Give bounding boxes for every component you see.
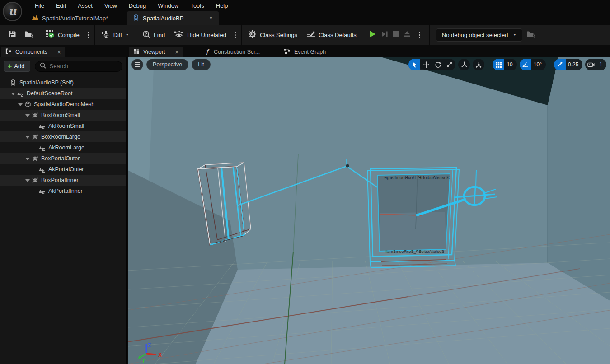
- close-icon[interactable]: ×: [209, 14, 213, 22]
- tree-item-label: SpatialAudioDemoMesh: [34, 101, 94, 107]
- viewport-3d[interactable]: SpatialAudioBP_BoxRoomLarge SpatialAudio…: [128, 57, 610, 364]
- tab-viewport[interactable]: Viewport×: [129, 47, 183, 57]
- grid-snap-value[interactable]: 10: [504, 61, 516, 68]
- world-local-gizmo-button[interactable]: [458, 59, 470, 70]
- class-settings-button[interactable]: Class Settings: [244, 27, 302, 42]
- tree-item-akroomsmall[interactable]: AkRoomSmall: [0, 121, 126, 131]
- components-tree: SpatialAudioBP (Self)DefaultSceneRootSpa…: [0, 77, 126, 196]
- toolbar-divider: [94, 25, 95, 45]
- menu-item-tools[interactable]: Tools: [184, 1, 210, 10]
- arrow-spacer: [33, 145, 37, 150]
- hide-unrelated-options-button[interactable]: [231, 29, 239, 41]
- tab-event-graph[interactable]: Event Graph: [279, 47, 330, 57]
- tree-item-boxroomlarge[interactable]: BoxRoomLarge: [0, 131, 126, 142]
- tab-components[interactable]: Components ×: [1, 47, 65, 57]
- scene-icon: [38, 167, 46, 173]
- camera-speed-value[interactable]: 1: [597, 61, 606, 68]
- perspective-dropdown[interactable]: Perspective: [146, 59, 188, 70]
- camera-icon: [585, 59, 597, 70]
- asset-tab-level[interactable]: SpatialAudioTutorialMap*: [25, 11, 127, 25]
- move-tool-button[interactable]: [420, 59, 432, 70]
- tree-item-boxroomsmall[interactable]: BoxRoomSmall: [0, 110, 126, 121]
- find-button[interactable]: Find: [138, 28, 169, 42]
- search-input[interactable]: Search: [35, 61, 122, 72]
- frame-skip-button[interactable]: [381, 31, 388, 39]
- tab-label: Event Graph: [294, 49, 326, 55]
- expand-arrow-icon[interactable]: [25, 113, 30, 117]
- eject-button[interactable]: [404, 31, 411, 39]
- tree-item-akportalinner[interactable]: AkPortalInner: [0, 186, 126, 196]
- chevron-down-icon: ▼: [513, 33, 517, 37]
- camera-speed-control[interactable]: 1: [585, 59, 606, 70]
- play-button[interactable]: [369, 30, 376, 40]
- menu-item-debug[interactable]: Debug: [123, 1, 152, 10]
- compile-options-button[interactable]: [84, 29, 93, 41]
- construction-script-icon: ƒ: [206, 48, 210, 56]
- stop-button[interactable]: [393, 31, 399, 39]
- toolbar-divider: [429, 25, 430, 45]
- plus-icon: +: [8, 64, 12, 69]
- scale-snap-control[interactable]: 0.25: [554, 59, 582, 70]
- view-mode-dropdown[interactable]: Lit: [192, 59, 210, 70]
- arrow-spacer: [4, 80, 8, 85]
- debug-object-dropdown[interactable]: No debug object selected ▼: [436, 28, 523, 42]
- arrow-spacer: [33, 124, 37, 128]
- browse-button[interactable]: [20, 28, 37, 42]
- rotation-snap-value[interactable]: 10°: [531, 61, 546, 68]
- angle-snap-icon: [520, 59, 531, 70]
- select-tool-button[interactable]: [408, 59, 420, 70]
- components-panel: + Add Search SpatialAudioBP (Self)Defaul…: [0, 57, 127, 364]
- tree-item-boxportalinner[interactable]: BoxPortalInner: [0, 175, 126, 186]
- surface-snap-button[interactable]: [473, 59, 484, 70]
- blueprint-icon: [133, 14, 139, 22]
- rotate-tool-button[interactable]: [432, 59, 444, 70]
- tree-item-label: SpatialAudioBP (Self): [19, 79, 74, 86]
- hide-unrelated-button[interactable]: Hide Unrelated: [169, 28, 231, 42]
- expand-arrow-icon[interactable]: [25, 156, 30, 161]
- menu-item-view[interactable]: View: [99, 1, 123, 10]
- brush-icon: [31, 177, 38, 183]
- tab-construction-scr[interactable]: ƒConstruction Scr...: [201, 47, 264, 57]
- unreal-blueprint-editor: u FileEditAssetViewDebugWindowToolsHelp …: [0, 0, 610, 364]
- find-icon: [142, 30, 150, 39]
- menu-item-help[interactable]: Help: [210, 1, 234, 10]
- expand-arrow-icon[interactable]: [18, 102, 23, 107]
- menu-item-window[interactable]: Window: [152, 1, 184, 10]
- menu-item-file[interactable]: File: [29, 1, 50, 10]
- scale-snap-value[interactable]: 0.25: [566, 61, 582, 68]
- tree-item-boxportalouter[interactable]: BoxPortalOuter: [0, 153, 126, 164]
- tree-item-akportalouter[interactable]: AkPortalOuter: [0, 164, 126, 175]
- add-component-button[interactable]: + Add: [4, 61, 30, 72]
- play-options-button[interactable]: [415, 29, 424, 41]
- rotation-snap-control[interactable]: 10°: [520, 59, 546, 70]
- debug-browse-button[interactable]: [522, 28, 539, 42]
- tree-item-label: AkRoomLarge: [48, 145, 84, 151]
- save-button[interactable]: [5, 28, 20, 42]
- tree-item-defaultsceneroot[interactable]: DefaultSceneRoot: [0, 88, 126, 99]
- compile-button[interactable]: Compile: [41, 27, 84, 42]
- tree-item-spatialaudiodemomesh[interactable]: SpatialAudioDemoMesh: [0, 99, 126, 110]
- expand-arrow-icon[interactable]: [25, 135, 30, 139]
- expand-arrow-icon[interactable]: [25, 178, 30, 182]
- folder-search-icon: [24, 31, 33, 39]
- diff-button[interactable]: Diff ▼: [97, 28, 134, 42]
- tree-item-label: BoxRoomSmall: [41, 112, 80, 118]
- play-controls: [365, 29, 427, 41]
- expand-arrow-icon[interactable]: [11, 91, 15, 96]
- tree-item-akroomlarge[interactable]: AkRoomLarge: [0, 142, 126, 153]
- viewport-options-button[interactable]: [131, 59, 143, 70]
- class-defaults-label: Class Defaults: [319, 32, 357, 38]
- close-icon[interactable]: ×: [57, 49, 61, 56]
- brush-icon: [31, 134, 38, 140]
- menu-item-edit[interactable]: Edit: [50, 1, 72, 10]
- grid-snap-control[interactable]: 10: [493, 59, 516, 70]
- close-icon[interactable]: ×: [175, 49, 178, 56]
- hide-unrelated-label: Hide Unrelated: [187, 32, 226, 38]
- scale-tool-button[interactable]: [444, 59, 455, 70]
- menu-item-asset[interactable]: Asset: [72, 1, 99, 10]
- tree-item-spatialaudiobpself[interactable]: SpatialAudioBP (Self): [0, 77, 126, 88]
- asset-tab-blueprint[interactable]: SpatialAudioBP×: [127, 11, 219, 25]
- class-defaults-button[interactable]: Class Defaults: [302, 28, 361, 42]
- mesh-icon: [24, 101, 31, 107]
- pencil-icon: [306, 30, 315, 39]
